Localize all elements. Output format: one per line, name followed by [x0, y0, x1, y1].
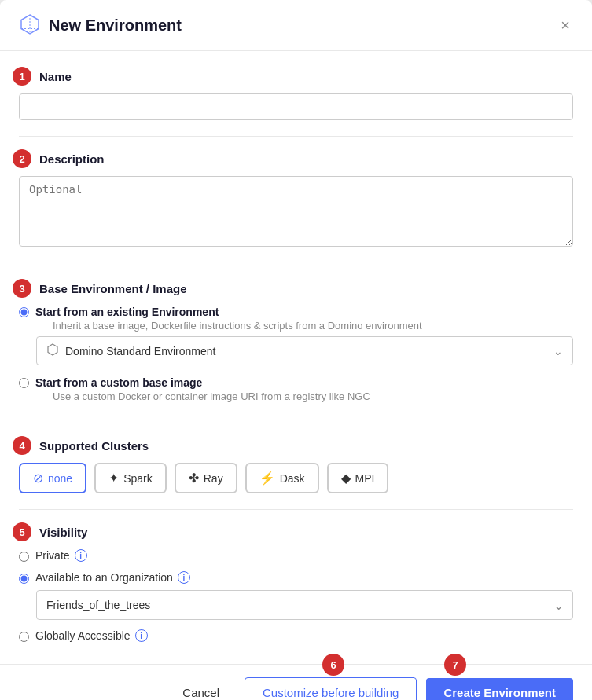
step2-badge: 2	[13, 149, 31, 168]
divider-2	[19, 266, 573, 266]
global-radio[interactable]	[19, 632, 29, 642]
description-content	[19, 176, 573, 250]
step3-badge: 3	[13, 279, 31, 298]
base-env-content: Start from an existing Environment Inher…	[19, 306, 573, 407]
modal-footer: 6 7 Cancel Customize before building Cre…	[0, 664, 592, 700]
custom-image-sublabel: Use a custom Docker or container image U…	[53, 390, 370, 402]
step5-title: Visibility	[39, 526, 87, 539]
step7-badge: 7	[444, 654, 466, 676]
existing-env-label: Start from an existing Environment	[35, 306, 422, 318]
step6-badge: 6	[322, 654, 344, 676]
custom-image-labels: Start from a custom base image Use a cus…	[35, 376, 370, 407]
step1-badge: 1	[13, 67, 31, 86]
step4-badge: 4	[13, 436, 31, 455]
step2-header: 2 Description	[19, 149, 573, 168]
header-left: New Environment	[19, 13, 182, 38]
org-select[interactable]: Friends_of_the_trees	[36, 590, 573, 620]
org-info-icon[interactable]: i	[178, 571, 190, 584]
custom-image-radio[interactable]	[19, 378, 29, 388]
private-info-icon[interactable]: i	[75, 549, 87, 562]
global-row: Globally Accessible i	[19, 629, 573, 642]
existing-env-radio[interactable]	[19, 307, 29, 317]
step3-title: Base Environment / Image	[39, 282, 187, 295]
private-row: Private i	[19, 549, 573, 562]
divider-1	[19, 136, 573, 137]
section-visibility: 5 Visibility Private i	[19, 522, 573, 642]
cluster-ray-label: Ray	[204, 472, 223, 485]
visibility-content: Private i Available to an Organization i	[19, 549, 573, 642]
env-select-chevron: ⌄	[553, 345, 563, 357]
org-option: Available to an Organization i Friends_o…	[19, 571, 573, 620]
cluster-dask-btn[interactable]: ⚡ Dask	[245, 463, 319, 493]
org-label: Available to an Organization i	[35, 571, 190, 584]
section-clusters: 4 Supported Clusters ⊘ none ✦ Spark ✤ Ra…	[19, 436, 573, 493]
env-select-value: Domino Standard Environment	[65, 345, 215, 357]
modal-title: New Environment	[49, 16, 182, 35]
dask-icon: ⚡	[259, 471, 275, 486]
private-text: Private	[35, 549, 70, 562]
description-input[interactable]	[19, 176, 573, 247]
org-row: Available to an Organization i	[19, 571, 573, 584]
close-button[interactable]: ×	[557, 14, 573, 36]
global-label: Globally Accessible i	[35, 629, 148, 642]
global-text: Globally Accessible	[35, 629, 131, 642]
custom-image-label: Start from a custom base image	[35, 376, 370, 389]
private-label: Private i	[35, 549, 87, 562]
ray-icon: ✤	[189, 471, 199, 486]
global-option: Globally Accessible i	[19, 629, 573, 642]
private-radio[interactable]	[19, 552, 29, 562]
customize-button[interactable]: Customize before building	[245, 677, 417, 700]
name-input[interactable]	[19, 93, 573, 120]
global-info-icon[interactable]: i	[135, 629, 148, 642]
section-name: 1 Name	[19, 67, 573, 120]
name-content	[19, 93, 573, 120]
existing-env-row: Start from an existing Environment Inher…	[19, 306, 573, 336]
existing-env-sublabel: Inherit a base image, Dockerfile instruc…	[53, 320, 422, 332]
cancel-button[interactable]: Cancel	[167, 678, 235, 700]
custom-image-option: Start from a custom base image Use a cus…	[19, 376, 573, 407]
step5-badge: 5	[13, 522, 31, 541]
create-button[interactable]: Create Environment	[426, 678, 573, 700]
cluster-none-label: none	[48, 472, 72, 485]
cluster-mpi-label: MPI	[355, 472, 375, 485]
cluster-dask-label: Dask	[280, 472, 305, 485]
cluster-spark-btn[interactable]: ✦ Spark	[94, 463, 167, 493]
spark-icon: ✦	[108, 471, 119, 486]
existing-env-option: Start from an existing Environment Inher…	[19, 306, 573, 365]
step5-header: 5 Visibility	[19, 522, 573, 541]
org-text: Available to an Organization	[35, 571, 173, 584]
private-option: Private i	[19, 549, 573, 562]
step1-title: Name	[39, 70, 72, 83]
modal-body: 1 Name 2 Description 3 Base Environment …	[0, 51, 592, 664]
step4-title: Supported Clusters	[39, 439, 149, 453]
none-icon: ⊘	[33, 471, 43, 486]
section-base-env: 3 Base Environment / Image Start from an…	[19, 279, 573, 407]
step3-header: 3 Base Environment / Image	[19, 279, 573, 298]
divider-3	[19, 423, 573, 423]
org-select-wrapper: Friends_of_the_trees ⌄	[36, 590, 573, 620]
cluster-buttons: ⊘ none ✦ Spark ✤ Ray ⚡ Dask ◆ MPI	[19, 463, 573, 493]
org-radio[interactable]	[19, 574, 29, 584]
env-select-wrapper: Domino Standard Environment ⌄	[36, 336, 573, 365]
cluster-none-btn[interactable]: ⊘ none	[19, 463, 86, 493]
new-environment-modal: New Environment × 1 Name 2 Description	[0, 0, 592, 700]
environment-icon	[19, 13, 41, 38]
divider-4	[19, 509, 573, 510]
modal-header: New Environment ×	[0, 0, 592, 51]
existing-env-labels: Start from an existing Environment Inher…	[35, 306, 422, 336]
step2-title: Description	[39, 152, 105, 166]
mpi-icon: ◆	[341, 471, 351, 486]
step4-header: 4 Supported Clusters	[19, 436, 573, 455]
custom-image-row: Start from a custom base image Use a cus…	[19, 376, 573, 407]
cluster-ray-btn[interactable]: ✤ Ray	[175, 463, 237, 493]
env-select[interactable]: Domino Standard Environment ⌄	[36, 336, 573, 365]
step1-header: 1 Name	[19, 67, 573, 86]
section-description: 2 Description	[19, 149, 573, 250]
cluster-mpi-btn[interactable]: ◆ MPI	[327, 463, 389, 493]
cluster-spark-label: Spark	[123, 472, 153, 485]
env-select-icon	[46, 343, 59, 358]
